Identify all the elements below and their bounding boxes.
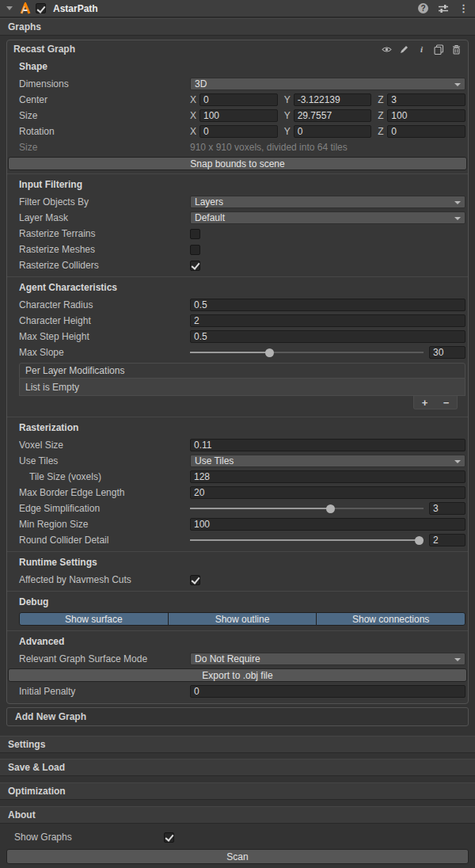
rasterize-meshes-row: Rasterize Meshes	[7, 242, 468, 257]
character-height-field[interactable]: 2	[190, 314, 466, 327]
add-new-graph-button[interactable]: Add New Graph	[6, 707, 469, 726]
recast-graph-title: Recast Graph	[13, 44, 75, 55]
center-y-field[interactable]: -3.122139	[294, 93, 372, 106]
graphs-section-header[interactable]: Graphs	[0, 18, 475, 36]
presets-icon[interactable]	[438, 3, 449, 14]
dimensions-dropdown[interactable]: 3D	[190, 78, 466, 90]
size-z-field[interactable]: 100	[387, 109, 466, 122]
center-z-field[interactable]: 3	[387, 93, 466, 106]
filter-objects-by-row: Filter Objects By Layers	[7, 194, 468, 210]
rotation-y-field[interactable]: 0	[294, 125, 372, 138]
duplicate-icon[interactable]	[434, 44, 444, 55]
recast-graph-header[interactable]: Recast Graph i	[7, 40, 468, 58]
x-axis-label: X	[190, 126, 196, 137]
voxel-size-info-label: Size	[19, 142, 190, 153]
snap-bounds-button[interactable]: Snap bounds to scene	[8, 157, 467, 170]
round-collider-detail-slider[interactable]	[190, 534, 424, 546]
slider-handle[interactable]	[326, 504, 335, 513]
optimization-section-header[interactable]: Optimization	[0, 782, 475, 800]
rasterize-terrains-checkbox[interactable]	[190, 229, 200, 239]
list-add-button[interactable]: +	[422, 398, 428, 408]
save-load-section-header[interactable]: Save & Load	[0, 759, 475, 776]
center-label: Center	[19, 94, 190, 105]
show-connections-button[interactable]: Show connections	[316, 612, 466, 626]
rasterize-terrains-row: Rasterize Terrains	[7, 226, 468, 242]
voxel-size-row: Voxel Size 0.11	[7, 437, 468, 453]
round-collider-detail-value-field[interactable]: 2	[429, 534, 466, 546]
export-obj-button[interactable]: Export to .obj file	[8, 668, 467, 682]
relevant-graph-surface-mode-dropdown[interactable]: Do Not Require	[190, 653, 466, 665]
delete-trash-icon[interactable]	[451, 44, 462, 55]
agent-characteristics-heading: Agent Characteristics	[7, 279, 468, 295]
edge-simplification-slider[interactable]	[190, 502, 424, 515]
divider	[7, 630, 468, 631]
initial-penalty-field[interactable]: 0	[190, 685, 466, 698]
min-region-size-row: Min Region Size 100	[7, 516, 468, 532]
size-label: Size	[19, 110, 190, 121]
graphs-section-label: Graphs	[8, 21, 41, 32]
character-radius-row: Character Radius 0.5	[7, 297, 468, 313]
y-axis-label: Y	[284, 110, 291, 121]
rotation-z-field[interactable]: 0	[387, 125, 466, 138]
min-region-size-field[interactable]: 100	[190, 518, 466, 531]
debug-buttons: Show surface Show outline Show connectio…	[19, 612, 466, 626]
z-axis-label: Z	[378, 126, 384, 137]
voxel-size-field[interactable]: 0.11	[190, 439, 466, 451]
center-row: Center X0 Y-3.122139 Z3	[7, 92, 468, 108]
divider	[7, 551, 468, 552]
tile-size-field[interactable]: 128	[190, 470, 466, 483]
rasterize-meshes-checkbox[interactable]	[190, 245, 200, 255]
center-x-field[interactable]: 0	[200, 93, 278, 106]
input-filtering-heading: Input Filtering	[7, 176, 468, 192]
rasterize-colliders-checkbox[interactable]	[190, 261, 200, 271]
astarpath-logo-icon	[19, 2, 32, 15]
scan-button[interactable]: Scan	[6, 849, 469, 864]
max-border-edge-length-field[interactable]: 20	[190, 486, 466, 499]
max-step-height-field[interactable]: 0.5	[190, 330, 466, 343]
visibility-icon[interactable]	[382, 44, 392, 55]
context-menu-icon[interactable]: ⋮	[458, 2, 469, 14]
layer-mask-dropdown[interactable]: Default	[190, 211, 466, 224]
debug-heading: Debug	[7, 593, 468, 610]
voxel-size-info-value: 910 x 910 voxels, divided into 64 tiles	[190, 142, 348, 153]
max-border-edge-length-row: Max Border Edge Length 20	[7, 485, 468, 501]
y-axis-label: Y	[284, 94, 291, 105]
rotation-label: Rotation	[19, 126, 190, 137]
show-outline-button[interactable]: Show outline	[168, 612, 317, 626]
divider	[7, 276, 468, 277]
divider	[7, 173, 468, 174]
component-enabled-checkbox[interactable]	[36, 3, 46, 13]
settings-section-header[interactable]: Settings	[0, 736, 475, 753]
character-radius-field[interactable]: 0.5	[190, 299, 466, 311]
component-header: AstarPath ? ⋮	[0, 0, 475, 17]
about-section-header[interactable]: About	[0, 806, 475, 824]
size-x-field[interactable]: 100	[200, 109, 278, 122]
info-icon[interactable]: i	[416, 44, 427, 55]
max-slope-value-field[interactable]: 30	[429, 346, 466, 359]
affected-by-navmesh-cuts-checkbox[interactable]	[190, 575, 200, 585]
filter-objects-by-dropdown[interactable]: Layers	[190, 196, 466, 208]
list-remove-button[interactable]: −	[443, 398, 450, 408]
round-collider-detail-row: Round Collider Detail 2	[7, 532, 468, 548]
edge-simplification-value-field[interactable]: 3	[429, 502, 466, 515]
slider-handle[interactable]	[265, 348, 274, 357]
show-graphs-checkbox[interactable]	[164, 832, 174, 843]
help-icon[interactable]: ?	[418, 3, 428, 13]
max-slope-slider[interactable]	[190, 346, 424, 359]
z-axis-label: Z	[378, 110, 384, 121]
foldout-arrow-icon[interactable]	[6, 6, 13, 10]
slider-handle[interactable]	[415, 536, 424, 545]
recast-graph-panel: Recast Graph i Shape Dimensions 3D Cente…	[6, 40, 469, 704]
x-axis-label: X	[190, 94, 196, 105]
voxel-size-info-row: Size 910 x 910 voxels, divided into 64 t…	[7, 139, 468, 155]
rasterize-colliders-row: Rasterize Colliders	[7, 257, 468, 273]
per-layer-modifications-header[interactable]: Per Layer Modifications	[19, 363, 466, 379]
edit-pencil-icon[interactable]	[399, 44, 409, 55]
size-y-field[interactable]: 29.7557	[294, 109, 372, 122]
use-tiles-dropdown[interactable]: Use Tiles	[190, 455, 466, 467]
character-height-row: Character Height 2	[7, 313, 468, 329]
shape-heading: Shape	[7, 58, 468, 74]
relevant-graph-surface-mode-row: Relevant Graph Surface Mode Do Not Requi…	[7, 651, 468, 667]
rotation-x-field[interactable]: 0	[200, 125, 278, 138]
show-surface-button[interactable]: Show surface	[19, 612, 169, 626]
